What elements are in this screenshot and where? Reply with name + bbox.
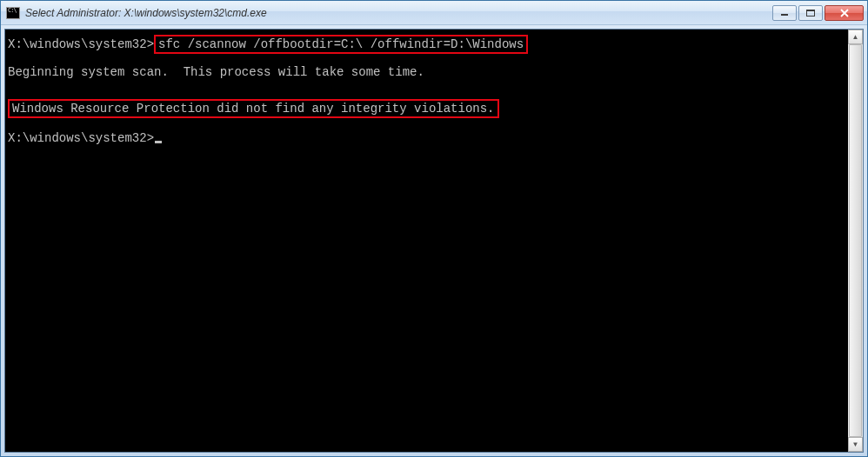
terminal-output[interactable]: X:\windows\system32>sfc /scannow /offboo…	[5, 30, 847, 452]
titlebar[interactable]: C:\ Select Administrator: X:\windows\sys…	[1, 1, 867, 25]
window-title: Select Administrator: X:\windows\system3…	[25, 7, 767, 19]
svg-rect-0	[781, 14, 788, 16]
cmd-window: C:\ Select Administrator: X:\windows\sys…	[0, 0, 868, 457]
scroll-thumb[interactable]	[849, 44, 862, 437]
terminal-frame: X:\windows\system32>sfc /scannow /offboo…	[4, 29, 864, 453]
scroll-up-button[interactable]: ▲	[848, 30, 863, 44]
maximize-button[interactable]	[798, 5, 823, 21]
result-text: Windows Resource Protection did not find…	[12, 102, 495, 116]
scan-status-text: Beginning system scan. This process will…	[8, 64, 845, 80]
prompt-text: X:\windows\system32>	[8, 131, 154, 145]
scroll-down-button[interactable]: ▼	[848, 437, 863, 452]
scroll-track[interactable]	[848, 44, 863, 437]
window-controls	[772, 5, 864, 21]
close-icon	[839, 9, 850, 17]
cmd-icon-label: C:\	[8, 9, 17, 13]
maximize-icon	[806, 10, 815, 17]
chevron-up-icon: ▲	[852, 33, 859, 41]
command-text: sfc /scannow /offbootdir=C:\ /offwindir=…	[158, 37, 524, 51]
minimize-icon	[780, 10, 789, 17]
vertical-scrollbar[interactable]: ▲ ▼	[848, 30, 863, 452]
result-highlight: Windows Resource Protection did not find…	[8, 99, 499, 118]
cmd-icon: C:\	[6, 7, 20, 19]
minimize-button[interactable]	[772, 5, 797, 21]
command-highlight: sfc /scannow /offbootdir=C:\ /offwindir=…	[154, 35, 528, 54]
close-button[interactable]	[825, 5, 864, 21]
svg-rect-2	[806, 10, 815, 11]
prompt-text: X:\windows\system32>	[8, 37, 154, 51]
cursor-icon	[155, 141, 162, 143]
chevron-down-icon: ▼	[852, 440, 859, 448]
